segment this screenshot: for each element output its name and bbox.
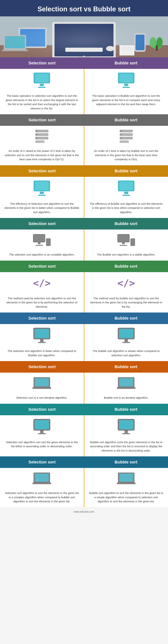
right-col-0: The basic operation in Bubble sort algor… [84,69,168,114]
right-icon-4: </> [117,276,135,292]
left-col-2: The efficiency of Selection sort algorit… [0,177,84,218]
section-header-4: Selection sort Bubble sort [0,260,168,272]
svg-rect-14 [135,34,144,50]
right-header-4: Bubble sort [84,260,168,272]
svg-rect-11 [5,36,25,48]
right-icon-2 [118,180,134,197]
left-col-1: An order of n raised to the power of 2 t… [0,126,84,165]
section-row-0: The basic operation in selection sort al… [0,69,168,114]
left-icon-3 [33,233,51,248]
right-text-7: Bubble sort algorithm sorts the given el… [89,440,164,453]
svg-rect-3 [54,24,114,56]
left-icon-7 [33,419,50,436]
section-header-1: Selection sort Bubble sort [0,114,168,126]
svg-rect-9 [20,29,45,46]
right-header-1: Bubble sort [84,114,168,126]
left-col-7: Selection sort algorithm can sort the gi… [0,415,84,456]
right-header-8: Bubble sort [84,456,168,468]
svg-rect-0 [0,16,168,57]
right-icon-6 [117,376,135,391]
svg-rect-8 [19,28,47,48]
right-header-0: Bubble sort [84,57,168,69]
left-icon-0 [34,72,50,89]
right-header-7: Bubble sort [84,404,168,415]
right-icon-5 [118,328,135,344]
svg-point-16 [150,37,156,48]
right-text-2: The efficiency of Bubble sort algorithm … [89,202,164,214]
svg-point-15 [151,42,162,49]
right-col-1: An order of n time is taken by bubble so… [84,126,168,165]
left-header-4: Selection sort [0,260,84,272]
svg-point-17 [157,37,162,47]
section-header-6: Selection sort Bubble sort [0,361,168,373]
section-row-6: Selection sort is a non-iterative algori… [0,373,168,404]
hero-image [0,16,168,57]
right-text-0: The basic operation in Bubble sort algor… [89,94,164,106]
svg-point-4 [82,56,86,57]
section-row-4: </> The method used by selection sort al… [0,272,168,313]
section-row-5: The selection sort algorithm is faster w… [0,324,168,361]
left-col-0: The basic operation in selection sort al… [0,69,84,114]
right-header-6: Bubble sort [84,361,168,373]
left-text-7: Selection sort algorithm can sort the gi… [5,440,79,448]
right-col-3: The Bubble sort algorithm is a stable al… [84,230,168,260]
right-col-5: The bubble sort algorithm is slower when… [84,324,168,361]
svg-rect-13 [134,33,146,52]
left-text-3: The selection sort algorithm is an unsta… [9,252,75,257]
left-col-8: Selection sort algorithm to sort the ele… [0,468,84,508]
left-header-2: Selection sort [0,165,84,177]
footer: www.educba.com [0,508,168,516]
right-text-3: The Bubble sort algorithm is a stable al… [97,252,155,257]
right-col-4: </> The method used by bubble sort algor… [84,272,168,313]
sections-container: Selection sort Bubble sort The basic ope… [0,57,168,508]
right-header-5: Bubble sort [84,312,168,324]
right-text-1: An order of n time is taken by bubble so… [89,149,164,162]
left-text-1: An order of n raised to the power of 2 t… [5,149,79,162]
right-header-2: Bubble sort [84,165,168,177]
left-text-0: The basic operation in selection sort al… [5,94,79,110]
section-header-7: Selection sort Bubble sort [0,404,168,415]
right-col-7: Bubble sort algorithm sorts the given el… [84,415,168,456]
svg-rect-2 [52,22,116,57]
svg-rect-18 [156,45,158,51]
left-text-4: The method used by selection sort algori… [5,296,79,309]
section-header-8: Selection sort Bubble sort [0,456,168,468]
section-row-2: The efficiency of Selection sort algorit… [0,177,168,218]
left-header-7: Selection sort [0,404,84,415]
left-text-6: Selection sort is a non-iterative algori… [16,396,67,400]
left-text-2: The efficiency of Selection sort algorit… [5,202,79,214]
section-header-3: Selection sort Bubble sort [0,218,168,230]
right-icon-1 [120,130,133,144]
left-col-4: </> The method used by selection sort al… [0,272,84,313]
left-col-3: The selection sort algorithm is an unsta… [0,230,84,260]
left-header-5: Selection sort [0,312,84,324]
left-col-6: Selection sort is a non-iterative algori… [0,373,84,404]
right-icon-3 [117,233,135,248]
left-icon-6 [33,376,51,391]
right-col-2: The efficiency of Bubble sort algorithm … [84,177,168,218]
svg-rect-10 [4,35,26,50]
right-text-4: The method used by bubble sort algorithm… [89,296,164,309]
section-row-8: Selection sort algorithm to sort the ele… [0,468,168,508]
right-text-8: Bubble sort algorithm to sort the elemen… [89,491,164,504]
left-icon-1 [35,130,48,144]
left-header-3: Selection sort [0,218,84,230]
right-header-3: Bubble sort [84,218,168,230]
svg-rect-21 [119,45,134,56]
left-icon-4: </> [33,276,51,292]
left-text-5: The selection sort algorithm is faster w… [5,349,79,357]
left-icon-2 [34,180,50,197]
svg-rect-12 [2,50,28,51]
right-text-6: Bubble sort is an iterative algorithm. [104,396,148,400]
svg-rect-7 [65,48,103,52]
right-icon-8 [117,472,135,486]
left-col-5: The selection sort algorithm is faster w… [0,324,84,361]
section-row-1: An order of n raised to the power of 2 t… [0,126,168,165]
right-text-5: The bubble sort algorithm is slower when… [89,349,164,357]
left-header-1: Selection sort [0,114,84,126]
section-header-5: Selection sort Bubble sort [0,312,168,324]
svg-rect-5 [78,56,90,57]
section-row-3: The selection sort algorithm is an unsta… [0,230,168,260]
page-title: Selection sort vs Bubble sort [0,0,168,16]
section-header-2: Selection sort Bubble sort [0,165,168,177]
